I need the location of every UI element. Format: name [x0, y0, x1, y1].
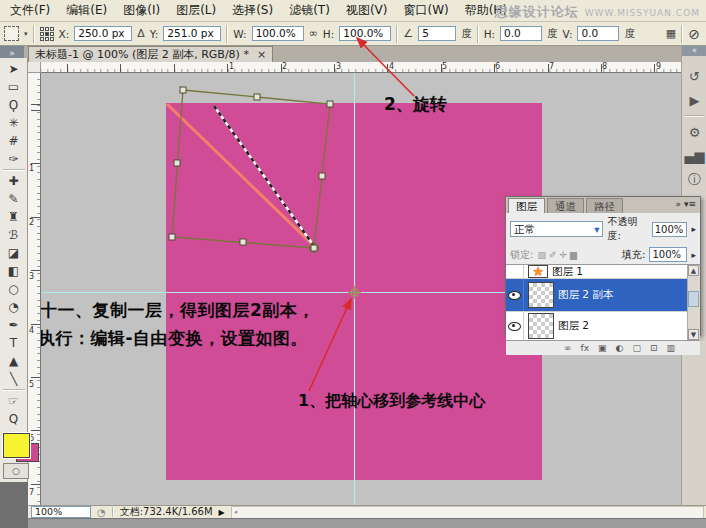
visibility-toggle[interactable] — [506, 279, 524, 311]
menu-filter[interactable]: 滤镜(T) — [289, 2, 330, 19]
blend-mode-select[interactable]: 正常 ▾ — [510, 221, 603, 237]
eraser-tool[interactable]: ◪ — [2, 244, 26, 262]
menu-layer[interactable]: 图层(L) — [176, 2, 216, 19]
hand-tool[interactable]: ☞ — [2, 392, 26, 410]
dodge-tool[interactable]: ◔ — [2, 298, 26, 316]
tab-layers[interactable]: 图层 — [508, 198, 545, 213]
y-position-field[interactable]: 251.0 px — [163, 26, 221, 41]
rotation-angle-field[interactable]: 5 — [418, 26, 456, 41]
layer-row-1[interactable]: ★ 图层 1 — [506, 265, 700, 279]
opacity-field[interactable]: 100% — [652, 222, 688, 237]
gradient-tool[interactable]: ◧ — [2, 262, 26, 280]
tab-channels[interactable]: 通道 — [547, 198, 584, 213]
actions-icon: ▶ — [690, 93, 700, 108]
height-field[interactable]: 100.0% — [339, 26, 391, 41]
visibility-toggle[interactable] — [506, 312, 524, 340]
new-layer-icon[interactable]: ⊡ — [650, 343, 658, 353]
zoom-tool[interactable]: Q — [2, 410, 26, 428]
menu-file[interactable]: 文件(F) — [10, 2, 50, 19]
layer-style-icon[interactable]: fx — [581, 343, 590, 353]
actions-panel-button[interactable]: ▶ — [682, 88, 706, 112]
eyedropper-tool[interactable]: ✑ — [2, 150, 26, 168]
foreground-color-swatch[interactable] — [3, 433, 30, 458]
history-panel-button[interactable]: ↺ — [682, 64, 706, 88]
layer-thumbnail[interactable]: ★ — [528, 265, 548, 278]
line-tool[interactable]: ╲ — [2, 370, 26, 388]
layer-name[interactable]: 图层 1 — [552, 265, 583, 279]
healing-brush-tool[interactable]: ✚ — [2, 172, 26, 190]
history-brush-tool-icon: ℬ — [9, 228, 18, 242]
info-panel-button[interactable]: ⓘ — [682, 168, 706, 192]
x-position-field[interactable]: 250.0 px — [74, 26, 132, 41]
close-document-icon[interactable]: × — [257, 47, 266, 62]
rectangular-marquee-tool[interactable]: ▭ — [2, 78, 26, 96]
width-field[interactable]: 100.0% — [252, 26, 304, 41]
pen-tool[interactable]: ✒ — [2, 316, 26, 334]
cancel-transform-icon[interactable]: ⊘ — [688, 26, 700, 42]
crop-tool[interactable]: # — [2, 132, 26, 150]
layer-group-icon[interactable]: ▢ — [632, 343, 641, 353]
dock-collapse-button[interactable]: « — [682, 46, 706, 56]
brush-tool[interactable]: ✎ — [2, 190, 26, 208]
menu-window[interactable]: 窗口(W) — [403, 2, 448, 19]
layer-thumbnail[interactable] — [528, 313, 554, 339]
lock-row: 锁定: ▨ ✐ ✛ ▆ 填充: 100% ▸ — [506, 245, 700, 264]
lock-all-icon[interactable]: ▆ — [570, 250, 577, 260]
opacity-spinner-icon[interactable]: ▸ — [691, 224, 696, 234]
horizontal-ruler[interactable] — [40, 62, 681, 73]
lasso-tool[interactable]: Ϙ — [2, 96, 26, 114]
delete-layer-icon[interactable]: ▥ — [666, 343, 675, 353]
status-refresh-icon[interactable]: ◔ — [97, 507, 106, 518]
v-ruler-number: 7 — [29, 489, 34, 497]
scroll-up-icon[interactable]: ▲ — [688, 265, 699, 276]
menu-select[interactable]: 选择(S) — [232, 2, 273, 19]
visibility-toggle[interactable] — [506, 265, 524, 278]
layer-mask-icon[interactable]: ▣ — [598, 343, 607, 353]
type-tool[interactable]: T — [2, 334, 26, 352]
status-popup-icon[interactable]: ▶ — [219, 508, 225, 517]
history-brush-tool[interactable]: ℬ — [2, 226, 26, 244]
zoom-level-field[interactable]: 100% — [31, 506, 91, 518]
scroll-down-icon[interactable]: ▼ — [688, 329, 699, 340]
magic-wand-tool[interactable]: ✳ — [2, 114, 26, 132]
fill-spinner-icon[interactable]: ▸ — [691, 250, 696, 260]
h-skew-field[interactable]: 0.0 — [500, 26, 542, 41]
menu-edit[interactable]: 编辑(E) — [66, 2, 107, 19]
layer-row-2-copy[interactable]: 图层 2 副本 — [506, 279, 700, 312]
scrollbar-thumb[interactable] — [688, 291, 699, 307]
fill-label: 填充: — [622, 248, 645, 262]
quick-mask-button[interactable]: ○ — [3, 463, 29, 479]
menu-image[interactable]: 图像(I) — [123, 2, 160, 19]
relative-position-toggle[interactable]: Δ — [137, 27, 145, 40]
lock-position-icon[interactable]: ✛ — [559, 250, 567, 260]
horizontal-scrollbar[interactable]: ◂ — [231, 506, 704, 519]
preset-dropdown-icon[interactable]: ▾ — [24, 30, 28, 38]
lock-pixels-icon[interactable]: ✐ — [549, 250, 557, 260]
width-label: W: — [233, 28, 246, 40]
move-tool[interactable]: ➤ — [2, 60, 26, 78]
reference-point-locator[interactable] — [40, 27, 54, 41]
lock-transparency-icon[interactable]: ▨ — [537, 250, 546, 260]
menu-view[interactable]: 视图(V) — [346, 2, 388, 19]
link-layers-icon[interactable]: ∞ — [564, 343, 572, 353]
warp-mode-toggle-icon[interactable]: ▦ — [666, 27, 676, 40]
path-selection-tool[interactable]: ▲ — [2, 352, 26, 370]
link-dimensions-icon[interactable]: ∞ — [309, 27, 318, 40]
histogram-panel-button[interactable]: ▄▆ — [682, 144, 706, 168]
fill-field[interactable]: 100% — [649, 247, 687, 262]
layer-name[interactable]: 图层 2 — [558, 319, 589, 333]
document-tab[interactable]: 未标题-1 @ 100% (图层 2 副本, RGB/8) * × — [28, 46, 273, 62]
v-skew-field[interactable]: 0.0 — [577, 26, 619, 41]
panel-menu-icon[interactable]: » ▾≡ — [676, 199, 696, 209]
blur-tool[interactable]: ○ — [2, 280, 26, 298]
scroll-left-icon[interactable]: ◂ — [234, 508, 238, 516]
clone-stamp-tool[interactable]: ♜ — [2, 208, 26, 226]
tab-paths[interactable]: 路径 — [586, 198, 623, 213]
tool-preset-picker[interactable] — [4, 26, 19, 41]
adjustment-layer-icon[interactable]: ◐ — [616, 343, 624, 353]
layer-name[interactable]: 图层 2 副本 — [558, 288, 613, 302]
layers-scrollbar[interactable]: ▲ ▼ — [687, 265, 700, 340]
navigator-panel-button[interactable]: ⚙ — [682, 120, 706, 144]
layer-row-2[interactable]: 图层 2 — [506, 312, 700, 341]
layer-thumbnail[interactable] — [528, 282, 554, 308]
